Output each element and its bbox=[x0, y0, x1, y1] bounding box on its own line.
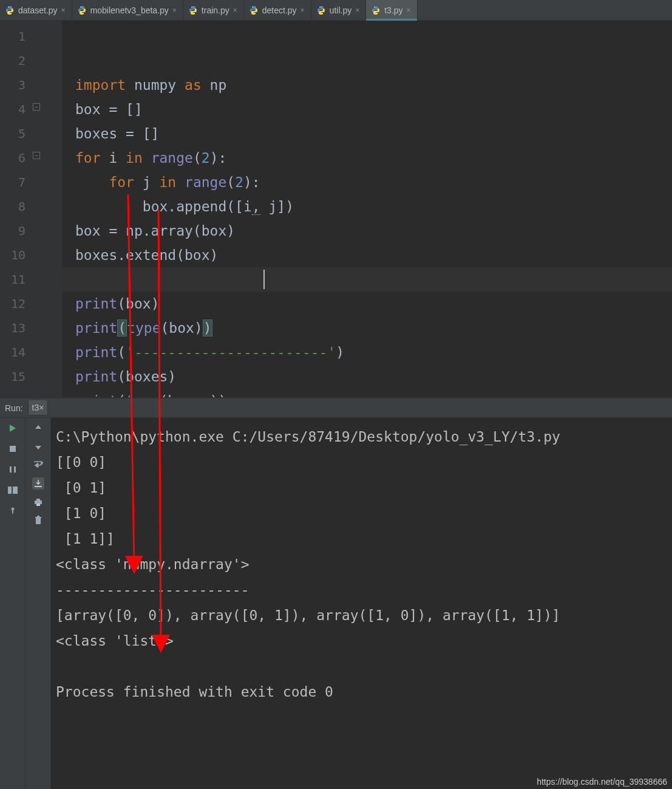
layout-icon[interactable] bbox=[7, 485, 18, 496]
code-line: boxes = [] bbox=[75, 126, 159, 142]
python-file-icon bbox=[371, 5, 381, 15]
line-number: 14 bbox=[0, 340, 32, 364]
line-number: 12 bbox=[0, 292, 32, 316]
editor-caret bbox=[263, 270, 265, 289]
tab-label: dataset.py bbox=[18, 0, 58, 21]
code-line: box = np.array(box) bbox=[75, 223, 235, 239]
svg-rect-26 bbox=[37, 516, 39, 517]
line-number: 4 bbox=[0, 97, 32, 121]
run-tool-window: C:\Python\python.exe C:/Users/87419/Desk… bbox=[0, 418, 672, 789]
svg-point-4 bbox=[191, 7, 192, 7]
editor-tab[interactable]: t3.py× bbox=[366, 0, 417, 20]
line-number: 1 bbox=[0, 24, 32, 49]
close-icon[interactable]: × bbox=[233, 0, 237, 21]
svg-marker-14 bbox=[10, 425, 16, 432]
editor-tab[interactable]: dataset.py× bbox=[0, 0, 72, 20]
run-config-label: t3 bbox=[32, 403, 39, 412]
code-line: for i in range(2): bbox=[75, 150, 226, 166]
line-number: 11 bbox=[0, 267, 32, 292]
svg-point-5 bbox=[194, 13, 194, 13]
line-number: 7 bbox=[0, 170, 32, 194]
run-panel-title: Run: bbox=[5, 403, 23, 413]
fold-gutter: − − bbox=[32, 21, 62, 397]
close-icon[interactable]: × bbox=[355, 0, 359, 21]
pin-icon[interactable] bbox=[7, 505, 18, 516]
editor-tab[interactable]: mobilenetv3_beta.py× bbox=[72, 0, 183, 20]
svg-rect-17 bbox=[14, 466, 16, 473]
scroll-up-icon[interactable] bbox=[33, 423, 44, 434]
close-icon[interactable]: × bbox=[61, 0, 66, 21]
code-line: print('-----------------------') bbox=[75, 344, 344, 360]
svg-point-6 bbox=[252, 7, 253, 7]
python-file-icon bbox=[249, 5, 259, 15]
line-number: 5 bbox=[0, 121, 32, 146]
svg-point-9 bbox=[322, 13, 322, 13]
code-line: box.append([i, j]) bbox=[75, 199, 294, 215]
svg-rect-22 bbox=[36, 499, 40, 500]
svg-rect-18 bbox=[8, 487, 12, 494]
run-console-toolbar bbox=[25, 418, 51, 789]
svg-point-2 bbox=[80, 7, 81, 7]
line-number: 8 bbox=[0, 194, 32, 219]
editor-tab[interactable]: detect.py× bbox=[244, 0, 311, 20]
svg-rect-19 bbox=[13, 487, 18, 494]
svg-rect-20 bbox=[35, 486, 42, 487]
svg-rect-23 bbox=[36, 504, 40, 506]
python-file-icon bbox=[316, 5, 326, 15]
scroll-to-end-icon[interactable] bbox=[32, 477, 44, 490]
run-icon[interactable] bbox=[7, 423, 18, 434]
editor-tab[interactable]: train.py× bbox=[183, 0, 244, 20]
close-icon[interactable]: × bbox=[172, 0, 177, 21]
stop-icon[interactable] bbox=[7, 443, 18, 454]
editor-tab[interactable]: util.py× bbox=[311, 0, 367, 20]
fold-toggle-icon[interactable]: − bbox=[33, 152, 40, 159]
close-icon[interactable]: × bbox=[407, 0, 411, 21]
line-number: 13 bbox=[0, 316, 32, 340]
code-line: for j in range(2): bbox=[75, 174, 260, 190]
editor-tabbar: dataset.py× mobilenetv3_beta.py× train.p… bbox=[0, 0, 672, 21]
svg-point-0 bbox=[8, 7, 8, 7]
line-number: 2 bbox=[0, 49, 32, 73]
fold-toggle-icon[interactable]: − bbox=[33, 103, 40, 111]
code-line: print(boxes) bbox=[75, 369, 176, 384]
code-line: print(type(box)) bbox=[75, 319, 212, 336]
python-file-icon bbox=[188, 5, 198, 15]
svg-point-11 bbox=[377, 13, 378, 13]
close-icon[interactable]: × bbox=[39, 403, 44, 412]
pause-icon[interactable] bbox=[7, 464, 18, 475]
code-line: box = [] bbox=[75, 101, 143, 117]
close-icon[interactable]: × bbox=[300, 0, 305, 21]
svg-point-8 bbox=[319, 7, 320, 7]
line-number: 10 bbox=[0, 243, 32, 267]
svg-rect-25 bbox=[35, 517, 41, 518]
run-config-tab[interactable]: t3 × bbox=[28, 400, 49, 415]
code-line: print(box) bbox=[75, 296, 160, 312]
code-line: import numpy as np bbox=[75, 77, 226, 93]
code-area[interactable]: import numpy as np box = [] boxes = [] f… bbox=[62, 21, 672, 397]
svg-point-7 bbox=[254, 13, 255, 13]
scroll-down-icon[interactable] bbox=[33, 441, 44, 452]
code-editor[interactable]: 123456789101112131415 − − import numpy a… bbox=[0, 21, 672, 398]
watermark-text: https://blog.csdn.net/qq_39938666 bbox=[537, 777, 667, 787]
delete-icon[interactable] bbox=[33, 515, 44, 526]
line-number: 9 bbox=[0, 219, 32, 243]
console-output[interactable]: C:\Python\python.exe C:/Users/87419/Desk… bbox=[51, 418, 672, 789]
line-number: 3 bbox=[0, 73, 32, 97]
current-line-highlight bbox=[62, 267, 672, 292]
tab-label: mobilenetv3_beta.py bbox=[90, 0, 169, 21]
line-number-gutter: 123456789101112131415 bbox=[0, 21, 32, 397]
svg-rect-15 bbox=[10, 446, 16, 452]
svg-point-3 bbox=[83, 13, 83, 13]
python-file-icon bbox=[5, 5, 15, 15]
print-icon[interactable] bbox=[33, 497, 44, 508]
line-number: 15 bbox=[0, 364, 32, 389]
tab-label: detect.py bbox=[262, 0, 297, 21]
svg-point-10 bbox=[375, 7, 375, 7]
run-panel-header: Run: t3 × bbox=[0, 398, 672, 418]
soft-wrap-icon[interactable] bbox=[33, 459, 44, 470]
svg-point-1 bbox=[10, 13, 11, 13]
svg-rect-24 bbox=[36, 518, 41, 524]
tab-label: t3.py bbox=[384, 0, 402, 21]
code-line: boxes.extend(box) bbox=[75, 247, 218, 263]
python-file-icon bbox=[77, 5, 87, 15]
